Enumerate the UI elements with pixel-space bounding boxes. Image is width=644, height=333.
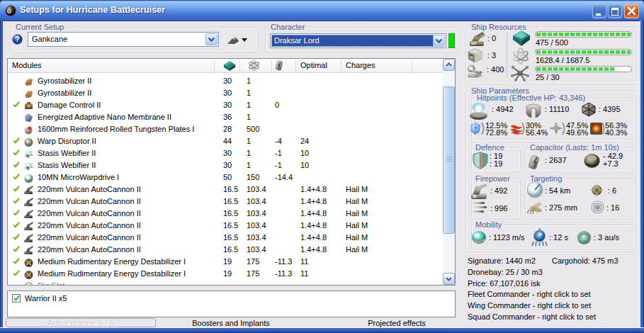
svg-text:N: N <box>470 55 473 60</box>
